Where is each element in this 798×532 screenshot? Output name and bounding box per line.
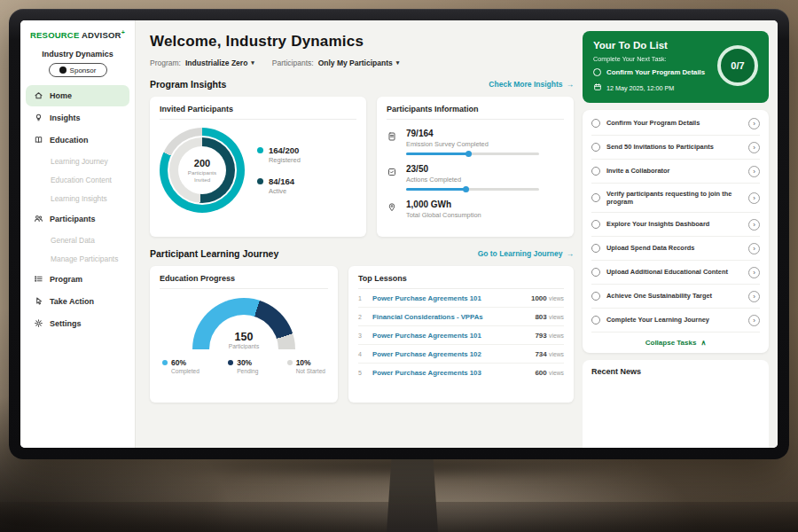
progress-bar [406, 188, 539, 191]
main-content: Welcome, Industry Dynamics Program: Indu… [136, 20, 778, 448]
chevron-right-icon[interactable]: › [748, 118, 760, 129]
learning-cards: Education Progress 150 Participants [150, 266, 574, 403]
checkbox[interactable] [591, 167, 600, 176]
sidebar-item-take-action[interactable]: Take Action [26, 291, 129, 312]
calendar-icon [593, 82, 602, 93]
sidebar-item-education[interactable]: Education [26, 129, 129, 151]
monitor-bezel: RESOURCE ADVISOR+ Industry Dynamics Spon… [9, 9, 789, 459]
sidebar-item-learning-journey[interactable]: Learning Journey [20, 152, 135, 170]
task-row[interactable]: Upload Spend Data Records › [591, 237, 760, 261]
participants-information-card: Participants Information 79/164 Emission… [377, 97, 574, 237]
dashboard-screen: RESOURCE ADVISOR+ Industry Dynamics Spon… [20, 20, 778, 448]
checkbox[interactable] [591, 220, 600, 229]
book-icon [34, 135, 43, 146]
task-row[interactable]: Invite a Collaborator › [591, 160, 760, 184]
checkbox[interactable] [591, 244, 600, 253]
pin-icon [387, 200, 398, 216]
sidebar-item-home[interactable]: Home [26, 85, 129, 106]
task-row[interactable]: Explore Your Insights Dashboard › [591, 213, 760, 237]
legend-dot [287, 360, 293, 365]
checkbox[interactable] [591, 316, 600, 325]
sidebar-item-general-data[interactable]: General Data [20, 231, 135, 249]
education-progress-card: Education Progress 150 Participants [150, 266, 338, 403]
page-title: Welcome, Industry Dynamics [150, 33, 574, 51]
chevron-right-icon[interactable]: › [748, 315, 760, 326]
chevron-right-icon[interactable]: › [748, 267, 760, 278]
program-filter: Program: Industrialize Zero ▾ [150, 59, 254, 67]
sponsor-icon [59, 66, 66, 74]
chevron-down-icon: ▾ [251, 59, 254, 66]
sidebar-item-education-content[interactable]: Education Content [20, 170, 135, 189]
legend-pending: 30% Pending [228, 358, 258, 374]
sidebar-item-program[interactable]: Program [26, 269, 129, 290]
todo-summary-card: Your To Do List Complete Your Next Task:… [583, 31, 769, 103]
checkbox[interactable] [591, 143, 600, 152]
checkbox[interactable] [591, 268, 600, 277]
program-insights-header: Program Insights Check More Insights → [150, 79, 574, 90]
home-icon [34, 90, 43, 102]
task-row[interactable]: Upload Additional Educational Content › [591, 261, 760, 285]
insights-cards: Invited Participants 200 Participants In… [150, 97, 574, 237]
arrow-right-icon: → [567, 80, 575, 89]
sidebar-item-settings[interactable]: Settings [26, 313, 129, 334]
checkbox[interactable] [591, 193, 600, 202]
monitor-stand [387, 454, 438, 532]
sidebar-item-insights[interactable]: Insights [26, 107, 129, 129]
sponsor-badge[interactable]: Sponsor [49, 63, 107, 77]
checkbox[interactable] [591, 292, 600, 301]
task-row[interactable]: Send 50 Invitations to Participants › [591, 136, 760, 160]
checkbox[interactable] [591, 119, 600, 128]
progress-bar [406, 153, 539, 155]
stat-emission-survey: 79/164 Emission Survey Completed [387, 129, 564, 155]
legend-registered: 164/200 Registered [257, 145, 301, 164]
lesson-row[interactable]: 5 Power Purchase Agreements 103 600 view… [358, 364, 564, 381]
check-more-insights-link[interactable]: Check More Insights → [489, 80, 574, 89]
chevron-right-icon[interactable]: › [748, 142, 760, 153]
chevron-right-icon[interactable]: › [748, 291, 760, 302]
todo-column: Your To Do List Complete Your Next Task:… [583, 31, 769, 448]
invited-participants-card: Invited Participants 200 Participants In… [150, 97, 366, 237]
donut-legend: 164/200 Registered 84/164 Active [257, 145, 301, 195]
legend-active: 84/164 Active [257, 176, 301, 195]
task-row[interactable]: Confirm Your Program Details › [591, 112, 760, 136]
learning-journey-header: Participant Learning Journey Go to Learn… [150, 248, 574, 259]
recent-news-header: Recent News [583, 360, 769, 448]
gauge-legend: 60% Completed 30% Pending 10% Not Starte… [160, 358, 328, 374]
lesson-row[interactable]: 1 Power Purchase Agreements 101 1000 vie… [358, 289, 564, 308]
participants-select[interactable]: Only My Participants ▾ [318, 59, 400, 67]
lesson-row[interactable]: 3 Power Purchase Agreements 101 793 view… [358, 326, 564, 345]
sidebar-item-learning-insights[interactable]: Learning Insights [20, 189, 135, 207]
cursor-icon [34, 296, 43, 308]
lightbulb-icon [34, 113, 43, 124]
filters-row: Program: Industrialize Zero ▾ Participan… [150, 59, 574, 67]
sidebar-item-manage-participants[interactable]: Manage Participants [20, 249, 135, 268]
participants-filter: Participants: Only My Participants ▾ [272, 59, 399, 67]
lesson-row[interactable]: 4 Power Purchase Agreements 102 734 view… [358, 345, 564, 364]
checkbox[interactable] [593, 68, 601, 76]
chevron-right-icon[interactable]: › [748, 192, 760, 204]
go-to-learning-journey-link[interactable]: Go to Learning Journey → [478, 249, 574, 258]
stat-global-consumption: 1,000 GWh Total Global Consumption [387, 200, 564, 219]
org-name: Industry Dynamics [20, 50, 135, 59]
list-icon [34, 274, 43, 286]
chevron-right-icon[interactable]: › [748, 219, 760, 231]
task-row[interactable]: Achieve One Sustainability Target › [591, 285, 760, 309]
chevron-right-icon[interactable]: › [748, 166, 760, 177]
legend-not-started: 10% Not Started [287, 358, 325, 374]
collapse-tasks-button[interactable]: Collapse Tasks ∧ [591, 332, 760, 353]
clipboard-icon [387, 129, 398, 145]
app-logo: RESOURCE ADVISOR+ [20, 29, 135, 40]
program-select[interactable]: Industrialize Zero ▾ [185, 59, 254, 67]
task-row[interactable]: Complete Your Learning Journey › [591, 309, 760, 332]
dashboard-column: Welcome, Industry Dynamics Program: Indu… [150, 31, 574, 448]
legend-dot [257, 178, 263, 184]
sidebar-item-participants[interactable]: Participants [26, 208, 129, 230]
top-lessons-card: Top Lessons 1 Power Purchase Agreements … [348, 266, 574, 403]
sidebar-nav: Home Insights Education Learning Journey… [20, 85, 135, 334]
lesson-row[interactable]: 2 Financial Considerations - VPPAs 803 v… [358, 308, 564, 326]
chevron-right-icon[interactable]: › [748, 243, 760, 254]
invited-donut-chart: 200 Participants Invited [160, 128, 245, 213]
task-row[interactable]: Verify participants requesting to join t… [591, 184, 760, 213]
legend-dot [228, 360, 233, 365]
photo-scene: RESOURCE ADVISOR+ Industry Dynamics Spon… [0, 0, 798, 532]
